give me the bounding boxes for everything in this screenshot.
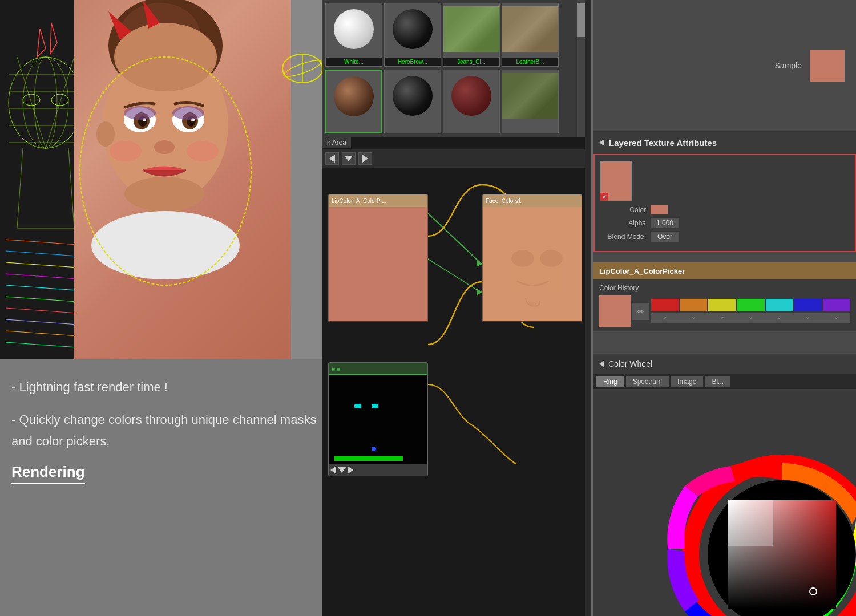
right-panel: Sample Layered Texture Attributes ✕ Colo… (593, 0, 856, 616)
toolbar-next-btn[interactable] (358, 152, 372, 165)
texture-thumb-white[interactable]: White... (325, 3, 382, 67)
hx-4: ✕ (737, 313, 765, 323)
svg-point-10 (23, 94, 40, 106)
texture-thumb-2c[interactable] (443, 70, 500, 133)
svg-marker-16 (50, 23, 57, 54)
svg-line-12 (17, 148, 23, 228)
blend-mode-value[interactable]: Over (651, 232, 679, 242)
svg-line-26 (6, 342, 86, 348)
svg-point-42 (110, 141, 142, 161)
tab-spectrum[interactable]: Spectrum (626, 376, 669, 387)
center-panel: White... HeroBrow... Jeans_Cl... Leather… (322, 0, 591, 616)
blend-mode-row: Blend Mode: Over (600, 232, 849, 242)
svg-line-9 (46, 57, 74, 148)
texture-thumb-jeans[interactable]: Jeans_Cl... (443, 3, 500, 67)
hc-purple[interactable] (823, 299, 850, 311)
node-bottom-footer (329, 464, 427, 476)
tab-ring[interactable]: Ring (596, 376, 624, 387)
colorpicker-title: LipColor_A_ColorPicker (599, 267, 685, 275)
hx-1: ✕ (651, 313, 680, 323)
colorpicker-header: LipColor_A_ColorPicker (593, 262, 856, 279)
svg-line-23 (6, 308, 86, 314)
texture-label-leather: LeatherB... (502, 58, 558, 66)
color-history-swatches: ✏ ✕ ✕ ✕ ✕ ✕ ✕ ✕ (599, 295, 850, 327)
svg-line-22 (6, 297, 86, 302)
toolbar-down-btn[interactable] (342, 152, 356, 165)
hc-blue[interactable] (794, 299, 822, 311)
texture-thumb-2b[interactable] (384, 70, 441, 133)
hx-3: ✕ (708, 313, 737, 323)
color-label: Color (600, 206, 646, 214)
toolbar-play-btn[interactable] (325, 152, 339, 165)
node-lipcolor-label: LipColor_A_ColorPi... (332, 198, 386, 204)
sample-area: Sample (593, 0, 856, 131)
history-colors-grid (651, 299, 850, 311)
tab-image[interactable]: Image (671, 376, 703, 387)
hc-teal[interactable] (766, 299, 793, 311)
hx-7: ✕ (822, 313, 850, 323)
svg-point-2 (34, 57, 57, 148)
blue-dot (372, 447, 376, 451)
svg-point-39 (124, 106, 156, 120)
svg-line-18 (6, 251, 86, 257)
history-pencil-btn[interactable]: ✏ (632, 303, 649, 320)
color-history-label: Color History (599, 284, 850, 292)
svg-line-13 (68, 148, 74, 228)
hc-yellow[interactable] (708, 299, 736, 311)
texture-scrollbar-thumb[interactable] (577, 3, 585, 37)
history-swatch-main[interactable] (599, 295, 631, 327)
text-area: - Lightning fast render time ! - Quickly… (11, 376, 320, 484)
texture-scrollbar[interactable] (577, 0, 585, 137)
texture-thumb-2a[interactable] (325, 70, 382, 133)
bullet-text-2: - Quickly change colors through unique c… (11, 409, 320, 452)
texture-thumb-herobrow[interactable]: HeroBrow... (384, 3, 441, 67)
svg-point-11 (51, 94, 68, 106)
hc-orange[interactable] (680, 299, 707, 311)
blend-mode-label: Blend Mode: (600, 233, 646, 241)
color-value-swatch[interactable] (651, 205, 668, 214)
color-wheel-header: Color Wheel (593, 354, 856, 374)
color-swatch-large[interactable]: ✕ (600, 161, 632, 201)
svg-point-1 (23, 57, 68, 148)
svg-line-20 (6, 274, 86, 279)
hx-6: ✕ (793, 313, 822, 323)
collapse-icon[interactable] (599, 139, 604, 146)
cyan-dot-2 (372, 404, 378, 408)
svg-line-8 (17, 57, 46, 148)
svg-line-55 (428, 259, 482, 293)
green-progress-bar (334, 456, 403, 461)
hx-5: ✕ (765, 313, 793, 323)
node-lipcolor[interactable]: LipColor_A_ColorPi... (328, 194, 428, 322)
hc-green[interactable] (737, 299, 764, 311)
node-toolbar (322, 149, 585, 168)
sample-swatch (810, 50, 845, 82)
hc-red[interactable] (651, 299, 679, 311)
node-bottom-label: ■ ■ (332, 366, 340, 372)
alpha-row: Alpha 1.000 (600, 218, 849, 228)
color-wheel-collapse-icon[interactable] (599, 361, 604, 367)
svg-marker-56 (477, 260, 482, 267)
color-wheel-canvas (593, 389, 856, 616)
svg-point-47 (96, 121, 115, 147)
svg-line-21 (6, 285, 86, 291)
node-bottom[interactable]: ■ ■ (328, 362, 428, 476)
svg-point-58 (511, 250, 534, 267)
layered-attrs-header: Layered Texture Attributes (593, 131, 856, 154)
layered-attrs-title: Layered Texture Attributes (609, 138, 717, 148)
node-editor: k Area (322, 137, 585, 616)
color-history: Color History ✏ ✕ ✕ ✕ ✕ (593, 279, 856, 331)
cyan-dot-1 (354, 404, 361, 408)
left-panel: - Lightning fast render time ! - Quickly… (0, 0, 325, 616)
svg-line-17 (6, 240, 86, 245)
layered-attrs-body: ✕ Color Alpha 1.000 Blend Mode: Over (593, 154, 856, 252)
svg-point-43 (187, 141, 219, 161)
color-swatch-x[interactable]: ✕ (600, 193, 608, 201)
tab-bl[interactable]: Bl... (705, 376, 730, 387)
texture-thumb-leather[interactable]: LeatherB... (502, 3, 559, 67)
node-facecolors[interactable]: Face_Colors1 (482, 194, 582, 322)
node-lipcolor-footer (329, 321, 427, 322)
alpha-value[interactable]: 1.000 (651, 218, 679, 228)
texture-thumb-2d[interactable] (502, 70, 559, 133)
svg-rect-64 (728, 500, 773, 546)
section-title: Rendering (11, 463, 85, 484)
